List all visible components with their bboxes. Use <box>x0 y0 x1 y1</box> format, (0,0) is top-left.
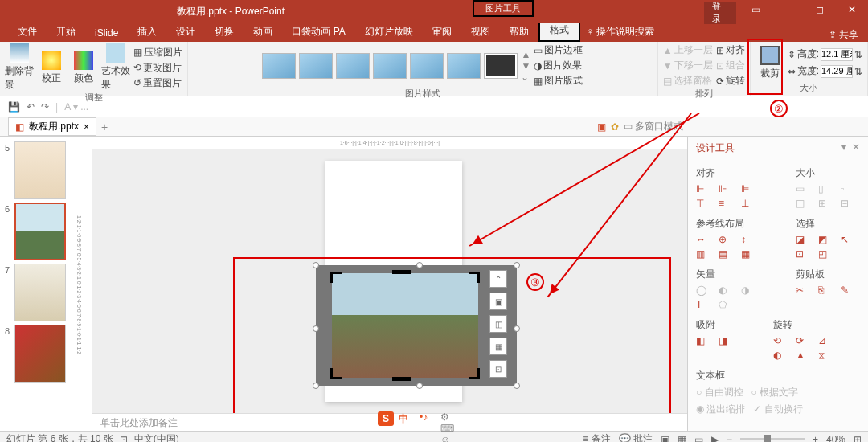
document-tab[interactable]: ◧ 教程用.pptx × <box>8 117 96 136</box>
thumb-5[interactable]: 5 <box>5 141 71 199</box>
clip-3-icon[interactable]: ✎ <box>841 284 855 296</box>
float-tool-2[interactable]: ▣ <box>489 293 507 310</box>
tab-design[interactable]: 设计 <box>166 22 205 42</box>
gear-icon[interactable]: ✿ <box>611 121 619 133</box>
tab-home[interactable]: 开始 <box>47 22 85 42</box>
vec-4-icon[interactable]: ⬠ <box>719 299 733 310</box>
rot-5-icon[interactable]: ▲ <box>796 350 810 361</box>
view-slideshow-icon[interactable]: ▶ <box>711 434 719 443</box>
tell-me[interactable]: ♀ 操作说明搜索 <box>580 22 661 42</box>
picture-layout-button[interactable]: ▦ 图片版式 <box>534 74 583 88</box>
picture-effects-button[interactable]: ◑ 图片效果 <box>534 59 583 72</box>
view-reading-icon[interactable]: ▭ <box>694 434 703 443</box>
zoom-value[interactable]: 40% <box>826 434 845 443</box>
guide-6-icon[interactable]: ▦ <box>741 248 755 260</box>
share-button[interactable]: ⇪ 共享 <box>829 28 858 42</box>
tab-animation[interactable]: 动画 <box>244 22 282 42</box>
sel-handle[interactable] <box>514 383 520 389</box>
zoom-in[interactable]: + <box>813 434 818 443</box>
tab-pocket[interactable]: 口袋动画 PA <box>282 22 354 42</box>
zoom-slider[interactable] <box>740 438 805 440</box>
opt-overflow[interactable]: ◉ 溢出缩排 <box>696 403 745 416</box>
picture-style-1[interactable] <box>262 53 296 79</box>
guide-5-icon[interactable]: ▤ <box>719 248 733 260</box>
float-tool-4[interactable]: ▦ <box>489 338 507 355</box>
picture-style-4[interactable] <box>373 53 407 79</box>
float-tool-3[interactable]: ◫ <box>489 315 507 333</box>
sel-2-icon[interactable]: ◩ <box>818 234 833 245</box>
picture-style-7[interactable] <box>484 53 518 79</box>
selected-image[interactable]: ⌃ ▣ ◫ ▦ ⊡ <box>316 265 517 386</box>
group-button[interactable]: ⊡ 组合 <box>716 59 745 72</box>
height-input[interactable] <box>821 48 853 61</box>
login-button[interactable]: 登录 <box>704 2 736 24</box>
tab-islide[interactable]: iSlide <box>85 24 128 42</box>
height-field[interactable]: ⇕高度:⇅ <box>788 47 862 61</box>
change-picture-button[interactable]: ⟲ 更改图片 <box>133 61 182 75</box>
slide-thumbnails[interactable]: 5 6 7 8 <box>0 137 76 431</box>
sogou-icon[interactable]: S <box>378 411 394 426</box>
width-input[interactable] <box>821 65 853 78</box>
rot-3-icon[interactable]: ⊿ <box>818 335 833 346</box>
ribbon-options-icon[interactable]: ▭ <box>739 0 772 21</box>
rot-6-icon[interactable]: ⧖ <box>818 350 833 361</box>
toolbox-icon[interactable]: ▣ <box>597 121 606 133</box>
remove-background-button[interactable]: 删除背景 <box>5 43 34 92</box>
ime-lang[interactable]: 中 <box>399 411 415 426</box>
undo-icon[interactable]: ↶ <box>27 101 35 113</box>
snap-1-icon[interactable]: ◧ <box>696 335 710 346</box>
corrections-button[interactable]: 校正 <box>37 51 66 85</box>
size-2-icon[interactable]: ⊞ <box>818 198 833 209</box>
tab-insert[interactable]: 插入 <box>128 22 166 42</box>
sel-4-icon[interactable]: ⊡ <box>796 248 810 260</box>
tab-transition[interactable]: 切换 <box>205 22 244 42</box>
guide-2-icon[interactable]: ⊕ <box>719 234 733 245</box>
float-tool-1[interactable]: ⌃ <box>489 270 507 288</box>
rotate-button[interactable]: ⟳ 旋转 <box>716 74 745 88</box>
vec-2-icon[interactable]: ◐ <box>719 284 733 296</box>
slide-canvas[interactable]: 1·6·|·|·|·1·4·|·|·|·1·2·|·|·|·1·0·|·|·|·… <box>92 137 687 431</box>
save-icon[interactable]: 💾 <box>8 101 20 113</box>
align-left-icon[interactable]: ⊩ <box>696 183 710 194</box>
tab-file[interactable]: 文件 <box>8 22 47 42</box>
rot-1-icon[interactable]: ⟲ <box>773 335 788 346</box>
snap-2-icon[interactable]: ◨ <box>719 335 733 346</box>
align-top-icon[interactable]: ⊤ <box>696 198 710 209</box>
tab-help[interactable]: 帮助 <box>500 22 538 42</box>
thumb-8[interactable]: 8 <box>5 325 71 383</box>
tab-view[interactable]: 视图 <box>461 22 500 42</box>
minimize-button[interactable]: — <box>772 0 804 21</box>
comments-toggle[interactable]: 💬 批注 <box>619 432 653 442</box>
slide-counter[interactable]: 幻灯片 第 6 张，共 10 张 <box>6 432 113 442</box>
size-3-icon[interactable]: ⊟ <box>841 198 855 209</box>
selection-pane-button[interactable]: ▤ 选择窗格 <box>663 74 713 88</box>
compress-picture-button[interactable]: ▦ 压缩图片 <box>133 46 182 59</box>
thumb-7[interactable]: 7 <box>5 264 71 321</box>
notes-toggle[interactable]: ≡ 备注 <box>583 432 610 442</box>
maximize-button[interactable]: ◻ <box>804 0 836 21</box>
doc-close-icon[interactable]: × <box>84 121 89 133</box>
sel-handle[interactable] <box>514 325 520 332</box>
sel-5-icon[interactable]: ◰ <box>818 248 833 260</box>
align-right-icon[interactable]: ⊫ <box>741 183 755 194</box>
size-s-icon[interactable]: ▫ <box>841 183 855 194</box>
bring-forward-button[interactable]: ▲ 上移一层 <box>663 43 713 57</box>
view-normal-icon[interactable]: ▣ <box>661 434 669 443</box>
color-button[interactable]: 颜色 <box>69 51 98 85</box>
clip-2-icon[interactable]: ⎘ <box>818 284 833 296</box>
size-w-icon[interactable]: ▭ <box>796 183 810 194</box>
style-gallery-scroll[interactable]: ▲▼⌄ <box>521 49 530 83</box>
size-h-icon[interactable]: ▯ <box>818 183 833 194</box>
picture-border-button[interactable]: ▭ 图片边框 <box>534 43 583 57</box>
sel-handle[interactable] <box>313 383 319 389</box>
crop-edge-bottom[interactable] <box>392 377 411 381</box>
sel-handle[interactable] <box>313 262 319 268</box>
fit-window-icon[interactable]: ⊞ <box>854 434 862 443</box>
guide-3-icon[interactable]: ↕ <box>741 234 755 245</box>
guide-4-icon[interactable]: ▥ <box>696 248 710 260</box>
sel-3-icon[interactable]: ↖ <box>841 234 855 245</box>
vec-t-icon[interactable]: T <box>696 299 710 310</box>
align-button[interactable]: ⊞ 对齐 <box>716 43 745 57</box>
view-sorter-icon[interactable]: ▦ <box>678 434 686 443</box>
opt-autowrap[interactable]: ✓ 自动换行 <box>753 403 802 416</box>
